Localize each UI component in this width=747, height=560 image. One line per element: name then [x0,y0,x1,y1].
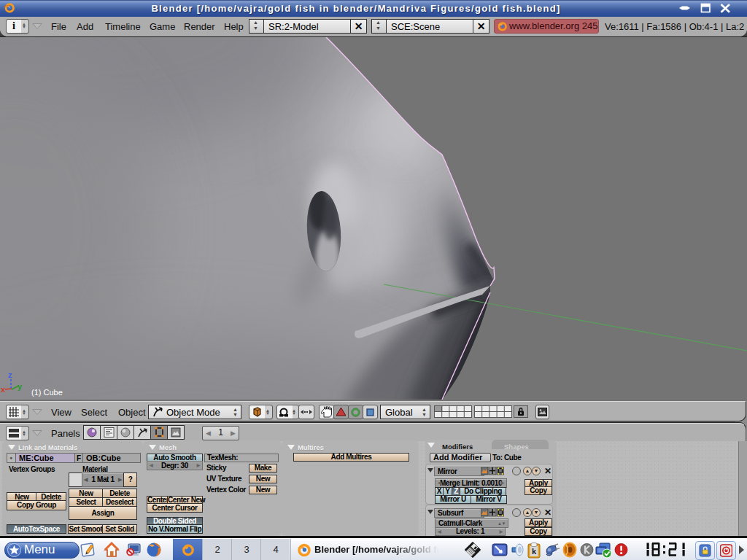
svg-text:(1) Cube: (1) Cube [31,388,63,397]
svg-text:y: y [18,382,23,391]
svg-text:x: x [1,385,6,394]
svg-text:z: z [8,370,12,379]
svg-text:k: k [532,547,537,556]
